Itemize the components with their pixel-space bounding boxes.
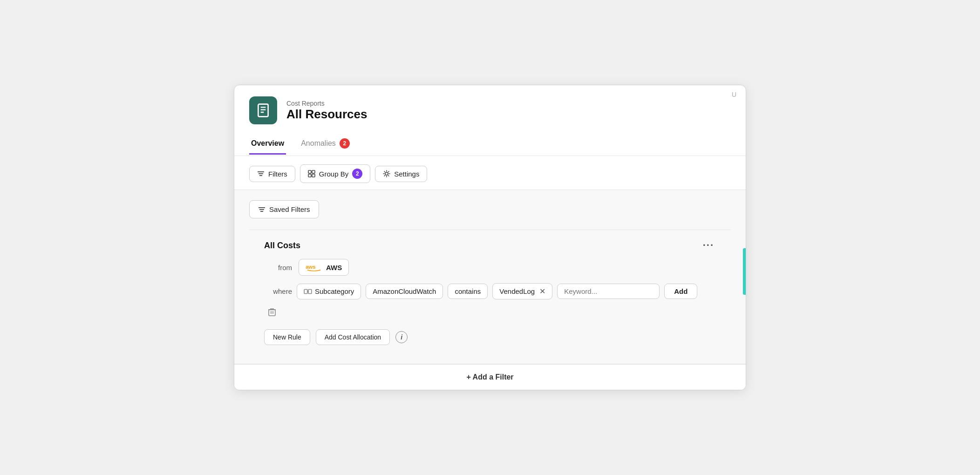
tab-overview-label: Overview bbox=[251, 139, 284, 148]
aws-logo: aws bbox=[306, 262, 322, 272]
filters-button[interactable]: Filters bbox=[249, 166, 295, 182]
operator-label: contains bbox=[455, 287, 481, 295]
filter-panel: Saved Filters All Costs ··· from aws bbox=[234, 190, 746, 364]
where-row: where Subcategory AmazonCloudWatch conta… bbox=[264, 283, 716, 320]
new-rule-button[interactable]: New Rule bbox=[264, 329, 310, 345]
subcategory-chip[interactable]: Subcategory bbox=[297, 284, 361, 299]
more-menu-button[interactable]: ··· bbox=[701, 239, 716, 251]
filters-label: Filters bbox=[268, 170, 287, 178]
svg-rect-7 bbox=[308, 170, 311, 173]
document-icon bbox=[256, 103, 271, 118]
where-label: where bbox=[264, 287, 292, 295]
tab-anomalies[interactable]: Anomalies 2 bbox=[299, 134, 352, 156]
trash-icon bbox=[268, 308, 276, 316]
actions-row: New Rule Add Cost Allocation i bbox=[264, 327, 716, 354]
page-title: All Resources bbox=[286, 107, 367, 122]
saved-filters-label: Saved Filters bbox=[269, 205, 310, 213]
tabs: Overview Anomalies 2 bbox=[234, 134, 746, 156]
from-label: from bbox=[264, 264, 292, 271]
aws-logo-svg: aws bbox=[306, 263, 322, 272]
add-button[interactable]: Add bbox=[664, 284, 697, 299]
settings-icon bbox=[383, 170, 390, 177]
group-by-count: 2 bbox=[352, 169, 362, 179]
cost-section: All Costs ··· from aws AWS bbox=[249, 230, 731, 364]
header: Cost Reports All Resources bbox=[234, 85, 746, 124]
delete-row-button[interactable] bbox=[264, 304, 280, 320]
toolbar: Filters Group By 2 Settings bbox=[234, 156, 746, 190]
all-costs-label: All Costs bbox=[264, 241, 300, 251]
from-row: from aws AWS bbox=[264, 259, 716, 276]
add-cost-allocation-button[interactable]: Add Cost Allocation bbox=[316, 329, 390, 345]
value-chip[interactable]: VendedLog ✕ bbox=[492, 283, 552, 299]
saved-filters-icon bbox=[258, 206, 265, 213]
svg-rect-0 bbox=[258, 104, 268, 117]
keyword-input[interactable] bbox=[557, 284, 660, 299]
app-icon bbox=[249, 96, 277, 124]
subcategory-label: Subcategory bbox=[315, 287, 354, 295]
settings-label: Settings bbox=[394, 170, 419, 178]
filters-icon bbox=[257, 170, 265, 177]
svg-rect-8 bbox=[312, 170, 315, 173]
saved-filters-button[interactable]: Saved Filters bbox=[249, 200, 319, 218]
tab-anomalies-label: Anomalies bbox=[301, 139, 336, 148]
aws-label: AWS bbox=[326, 264, 342, 271]
svg-rect-16 bbox=[304, 289, 307, 293]
operator-chip[interactable]: contains bbox=[448, 284, 488, 299]
aws-button[interactable]: aws AWS bbox=[299, 259, 349, 276]
svg-rect-17 bbox=[308, 289, 312, 293]
right-accent bbox=[743, 248, 746, 295]
add-filter-label: + Add a Filter bbox=[466, 373, 513, 381]
settings-button[interactable]: Settings bbox=[375, 166, 427, 182]
group-by-icon bbox=[308, 170, 315, 177]
group-by-button[interactable]: Group By 2 bbox=[300, 164, 370, 183]
group-by-label: Group By bbox=[319, 170, 348, 178]
svg-text:aws: aws bbox=[306, 264, 316, 270]
svg-rect-19 bbox=[269, 310, 275, 316]
cost-section-header: All Costs ··· bbox=[264, 239, 716, 251]
user-avatar[interactable]: U bbox=[732, 91, 736, 98]
add-filter-bar[interactable]: + Add a Filter bbox=[234, 364, 746, 390]
info-icon[interactable]: i bbox=[395, 331, 408, 343]
svg-rect-10 bbox=[312, 174, 315, 177]
value-label: VendedLog bbox=[499, 287, 535, 295]
breadcrumb: Cost Reports bbox=[286, 100, 367, 107]
value-close-icon[interactable]: ✕ bbox=[539, 287, 545, 296]
add-label: Add bbox=[674, 287, 687, 295]
anomalies-badge: 2 bbox=[340, 138, 350, 149]
svg-rect-9 bbox=[308, 174, 311, 177]
main-window: U Cost Reports All Resources Overview An… bbox=[234, 85, 746, 390]
service-label: AmazonCloudWatch bbox=[373, 287, 436, 295]
header-text: Cost Reports All Resources bbox=[286, 100, 367, 122]
svg-point-11 bbox=[385, 172, 388, 175]
service-chip[interactable]: AmazonCloudWatch bbox=[366, 284, 443, 299]
subcategory-icon bbox=[304, 287, 312, 296]
tab-overview[interactable]: Overview bbox=[249, 135, 286, 155]
new-rule-label: New Rule bbox=[273, 333, 301, 341]
add-cost-allocation-label: Add Cost Allocation bbox=[325, 333, 381, 341]
